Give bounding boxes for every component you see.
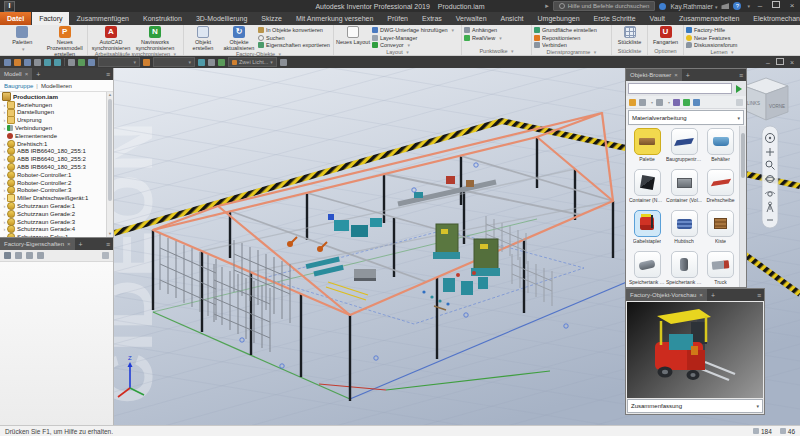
close-icon[interactable]: × <box>699 292 703 298</box>
doc-minimize-button[interactable]: – <box>766 59 770 66</box>
dwg-unterlage-button[interactable]: DWG-Unterlage hinzufügen▾ <box>372 27 454 34</box>
close-icon[interactable]: × <box>25 71 29 77</box>
tab-verwalten[interactable]: Verwalten <box>449 12 494 25</box>
asset-tile-baugruppentraeger[interactable]: Baugruppenträ... <box>666 128 702 168</box>
tab-factory-objekt-vorschau[interactable]: Factory-Objekt-Vorschau× <box>626 289 707 301</box>
undo-icon[interactable] <box>44 59 51 66</box>
sketch-arc-icon[interactable] <box>208 59 215 66</box>
anhaengen-button[interactable]: Anhängen <box>464 27 502 34</box>
lighting-style-dropdown[interactable]: Zwei Licht...▾ <box>228 57 277 67</box>
factory-hilfe-button[interactable]: Factory-Hilfe <box>686 27 737 34</box>
tree-item[interactable]: ›Roboter-Controller:1 <box>2 171 113 179</box>
float-panel-icon[interactable] <box>736 99 743 106</box>
qat-expand-icon[interactable]: ▸ <box>545 2 549 10</box>
asset-tile-speichertank-h[interactable]: Speichertank (... <box>629 251 665 287</box>
panel-menu-icon[interactable]: ≡ <box>739 72 743 79</box>
tree-item[interactable]: ›Darstellungen <box>2 109 113 117</box>
close-icon[interactable]: × <box>674 72 678 78</box>
new-palette-icon[interactable] <box>629 99 636 106</box>
forklift-preview[interactable] <box>627 302 763 398</box>
browser-mode-switch[interactable]: Baugruppe | Modellieren <box>0 80 113 92</box>
appearance-dropdown[interactable]: ▾ <box>153 57 195 67</box>
minimize-button[interactable]: – <box>754 0 766 12</box>
tab-objekt-browser[interactable]: Objekt-Browser× <box>626 69 682 81</box>
print-icon[interactable] <box>34 59 41 66</box>
tab-anmerkung[interactable]: Mit Anmerkung versehen <box>289 12 380 25</box>
asset-tile-kiste[interactable]: Kiste <box>703 210 738 250</box>
doc-close-button[interactable]: × <box>790 59 794 66</box>
search-go-icon[interactable] <box>734 84 744 94</box>
group-label-lernen[interactable]: Lernen ▾ <box>684 49 760 56</box>
group-label-punktwolke[interactable]: Punktwolke ▾ <box>462 48 531 55</box>
sketch-line-icon[interactable] <box>198 59 205 66</box>
thumbnails-icon[interactable] <box>693 99 700 106</box>
add-tab-icon[interactable]: + <box>711 292 715 299</box>
mode-modellieren[interactable]: Modellieren <box>41 83 72 89</box>
filter-icon[interactable] <box>26 252 33 259</box>
tab-konstruktion[interactable]: Konstruktion <box>136 12 189 25</box>
asset-tile-drehscheibe[interactable]: Drehscheibe <box>703 169 738 209</box>
fangarten-button[interactable]: Fangarten <box>650 26 681 45</box>
group-label-optionen[interactable]: Optionen <box>648 48 683 55</box>
settings-icon[interactable] <box>37 252 44 259</box>
refresh-assets-icon[interactable] <box>683 99 690 106</box>
help-icon[interactable]: ? <box>733 2 741 10</box>
asset-grid-scrollbar[interactable] <box>739 126 746 287</box>
app-store-icon[interactable] <box>721 3 729 9</box>
select-icon[interactable] <box>88 59 95 66</box>
view-mode-icon[interactable] <box>639 99 646 106</box>
in-objekte-konvertieren-button[interactable]: In Objekte konvertieren <box>258 27 330 34</box>
tree-item[interactable]: ›Drehtisch:1 <box>2 140 113 148</box>
help-search-input[interactable]: Hilfe und Befehle durchsuchen <box>553 1 656 11</box>
tab-pruefen[interactable]: Prüfen <box>380 12 415 25</box>
app-logo-icon[interactable]: I <box>4 1 15 12</box>
asset-tile-speichertank-v[interactable]: Speichertank (... <box>666 251 702 287</box>
tab-3d-modellierung[interactable]: 3D-Modellierung <box>189 12 254 25</box>
tree-item[interactable]: ›Verbindungen <box>2 124 113 132</box>
add-tab-icon[interactable]: + <box>686 72 690 79</box>
pin-icon[interactable] <box>102 252 109 259</box>
open-file-icon[interactable] <box>14 59 21 66</box>
help-dropdown-icon[interactable]: ▾ <box>747 3 750 9</box>
tree-item[interactable]: ›Schutzzaun Gerade:4 <box>2 226 113 234</box>
doc-restore-button[interactable] <box>776 58 784 66</box>
panel-menu-icon[interactable]: ≡ <box>757 292 761 299</box>
tree-item[interactable]: ›Miller Drahtschweißgerät:1 <box>2 194 113 202</box>
asset-tile-container-vol[interactable]: Container (Vol... <box>666 169 702 209</box>
objekte-aktualisieren-button[interactable]: Objekte aktualisieren <box>222 26 256 51</box>
panel-menu-icon[interactable]: ≡ <box>106 241 110 248</box>
asset-tile-behaelter[interactable]: Behälter <box>703 128 738 168</box>
sort-icon[interactable] <box>4 252 11 259</box>
group-by-icon[interactable] <box>656 99 663 106</box>
view-mode-dropdown-icon[interactable]: ▾ <box>651 100 653 105</box>
navigation-bar[interactable] <box>762 126 778 228</box>
asset-tile-container-netz[interactable]: Container (Netz) <box>629 169 665 209</box>
tab-ansicht[interactable]: Ansicht <box>494 12 531 25</box>
tab-factory[interactable]: Factory <box>32 12 69 25</box>
tab-elektromechanisch[interactable]: Elektromechanisch <box>746 12 800 25</box>
tree-item[interactable]: ›Roboter-Controller:2 <box>2 179 113 187</box>
restore-button[interactable] <box>770 0 782 12</box>
group-label-dienstprogramme[interactable]: Dienstprogramme ▾ <box>532 49 611 56</box>
sync-assets-icon[interactable] <box>673 99 680 106</box>
navisworks-sync-button[interactable]: Navisworks synchronisieren <box>134 26 176 51</box>
redo-icon[interactable] <box>54 59 61 66</box>
tree-item[interactable]: ›Schutzzaun Gerade:1 <box>2 202 113 210</box>
user-menu[interactable]: Kay.Rathmaier▾ <box>670 3 717 10</box>
asset-tile-palette[interactable]: Palette <box>629 128 665 168</box>
tab-factory-eigenschaften[interactable]: Factory-Eigenschaften× <box>0 238 75 250</box>
tree-scrollbar[interactable]: ▲▼ <box>106 92 113 237</box>
tree-item[interactable]: ›Roboter-Controller:3 <box>2 187 113 195</box>
add-tab-icon[interactable]: + <box>36 71 40 78</box>
tab-umgebungen[interactable]: Umgebungen <box>531 12 587 25</box>
undo-icon[interactable] <box>15 252 22 259</box>
tree-item[interactable]: ›Ursprung <box>2 116 113 124</box>
suchen-button[interactable]: Suchen <box>258 35 330 42</box>
refresh-view-icon[interactable] <box>78 59 85 66</box>
tree-item[interactable]: ›ABB IRB6640_180_255:3 <box>2 163 113 171</box>
category-dropdown[interactable]: Materialverarbeitung▾ <box>628 110 744 125</box>
neues-layout-button[interactable]: Neues Layout <box>336 26 370 45</box>
asset-tile-hubtisch[interactable]: Hubtisch <box>666 210 702 250</box>
tab-erste-schritte[interactable]: Erste Schritte <box>587 12 643 25</box>
home-view-icon[interactable] <box>68 59 75 66</box>
